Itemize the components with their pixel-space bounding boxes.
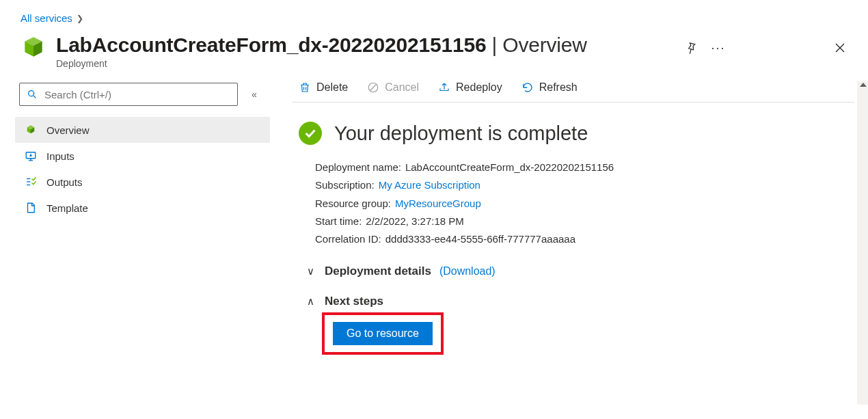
section-next-steps[interactable]: ∧ Next steps xyxy=(292,278,854,308)
section-deployment-details[interactable]: ∨ Deployment details (Download) xyxy=(292,248,854,278)
sidebar-nav: Overview Inputs Outputs Template xyxy=(15,114,270,221)
download-link[interactable]: (Download) xyxy=(439,265,496,278)
title-divider: | xyxy=(486,33,502,56)
section-title: Next steps xyxy=(325,295,383,308)
refresh-icon xyxy=(521,81,534,94)
sidebar-label: Inputs xyxy=(46,150,74,162)
detail-label: Correlation ID: xyxy=(315,230,381,248)
cancel-icon xyxy=(367,81,379,94)
detail-label: Deployment name: xyxy=(315,159,401,176)
toolbar: Delete Cancel Redeploy Refresh xyxy=(292,81,854,103)
sidebar-item-inputs[interactable]: Inputs xyxy=(15,143,270,169)
detail-label: Start time: xyxy=(315,213,362,230)
redeploy-button[interactable]: Redeploy xyxy=(438,81,502,94)
chevron-up-icon: ∧ xyxy=(304,295,316,308)
page-title: LabAccountCreateForm_dx-20220202151156 |… xyxy=(56,33,587,57)
sidebar: « Overview Inputs Outputs xyxy=(0,81,270,405)
tool-label: Delete xyxy=(316,81,348,94)
deployment-cube-icon xyxy=(21,35,46,61)
tool-label: Redeploy xyxy=(456,81,502,94)
close-button[interactable] xyxy=(832,40,847,55)
page-subtitle: Deployment xyxy=(56,58,587,69)
svg-line-17 xyxy=(370,85,377,91)
go-to-resource-button[interactable]: Go to resource xyxy=(333,322,433,345)
breadcrumb-all-services[interactable]: All services xyxy=(21,12,72,24)
redeploy-icon xyxy=(438,81,450,94)
detail-value: 2/2/2022, 3:27:18 PM xyxy=(366,213,463,230)
chevron-down-icon: ∨ xyxy=(304,265,316,278)
deployment-details-block: Deployment name: LabAccountCreateForm_dx… xyxy=(292,149,854,248)
trash-icon xyxy=(299,81,311,94)
svg-line-6 xyxy=(33,96,36,98)
chevron-right-icon: ❯ xyxy=(77,14,83,23)
delete-button[interactable]: Delete xyxy=(299,81,348,94)
sidebar-label: Outputs xyxy=(46,176,83,188)
search-box[interactable] xyxy=(19,83,238,106)
status-headline: Your deployment is complete xyxy=(334,122,588,145)
cube-icon xyxy=(25,124,37,136)
tool-label: Cancel xyxy=(385,81,419,94)
tool-label: Refresh xyxy=(539,81,578,94)
template-icon xyxy=(25,202,37,214)
title-name: LabAccountCreateForm_dx-20220202151156 xyxy=(56,33,486,56)
success-check-icon xyxy=(299,122,322,145)
outputs-icon xyxy=(25,176,37,188)
sidebar-item-overview[interactable]: Overview xyxy=(15,117,270,143)
search-icon xyxy=(27,89,38,100)
pin-button[interactable] xyxy=(683,40,699,55)
section-title: Deployment details xyxy=(325,265,431,278)
resource-group-link[interactable]: MyResourceGroup xyxy=(395,195,481,213)
sidebar-item-template[interactable]: Template xyxy=(15,195,270,221)
status-row: Your deployment is complete xyxy=(292,103,854,149)
sidebar-label: Template xyxy=(46,202,88,214)
sidebar-item-outputs[interactable]: Outputs xyxy=(15,169,270,195)
subscription-link[interactable]: My Azure Subscription xyxy=(379,176,480,194)
sidebar-label: Overview xyxy=(46,124,90,136)
collapse-sidebar-button[interactable]: « xyxy=(252,89,257,100)
vertical-scrollbar[interactable] xyxy=(857,81,868,405)
main-panel: Delete Cancel Redeploy Refresh Your depl… xyxy=(270,81,868,405)
cancel-button: Cancel xyxy=(367,81,419,94)
more-button[interactable]: ··· xyxy=(711,40,726,55)
inputs-icon xyxy=(25,150,37,162)
detail-label: Resource group: xyxy=(315,195,391,213)
highlight-box: Go to resource xyxy=(322,312,444,355)
svg-point-5 xyxy=(29,91,34,96)
breadcrumb: All services ❯ xyxy=(0,0,868,31)
search-input[interactable] xyxy=(44,89,230,100)
detail-value: LabAccountCreateForm_dx-20220202151156 xyxy=(405,159,614,176)
detail-value: dddd3333-ee44-5555-66ff-777777aaaaaa xyxy=(385,230,575,248)
page-header: LabAccountCreateForm_dx-20220202151156 |… xyxy=(0,31,868,81)
title-section: Overview xyxy=(502,33,586,56)
detail-label: Subscription: xyxy=(315,176,375,194)
refresh-button[interactable]: Refresh xyxy=(521,81,578,94)
